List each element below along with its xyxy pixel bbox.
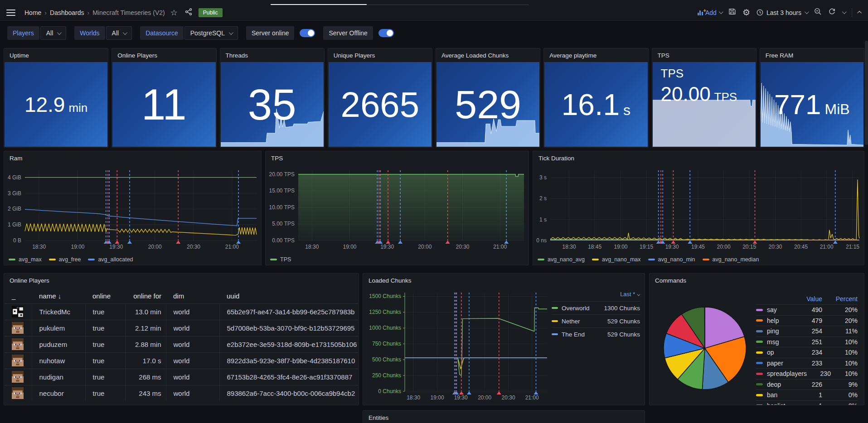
cell-dim: world [166, 303, 219, 320]
loaded-chunks-chart[interactable]: 1500 Chunks1250 Chunks1000 Chunks750 Chu… [363, 287, 552, 405]
browser-artifact-line-dim [367, 5, 529, 5]
refresh-icon[interactable] [828, 8, 836, 17]
stat-title[interactable]: Threads [220, 48, 324, 62]
value-column-header[interactable]: Value [790, 295, 822, 303]
ram-legend: avg_maxavg_freeavg_allocated [4, 254, 261, 265]
star-icon[interactable]: ☆ [170, 9, 178, 17]
command-name: say [767, 306, 790, 313]
svg-text:500 Chunks: 500 Chunks [372, 356, 401, 363]
stat-value-wrap: 2665 [329, 62, 432, 147]
command-percent: 10% [822, 349, 858, 356]
ram-chart[interactable]: 4 GiB3 GiB2 GiB1 GiB0 B18:3019:0019:3020… [4, 165, 261, 254]
server-online-toggle[interactable] [300, 29, 315, 37]
legend-row-the-end[interactable]: The End529 Chunks [552, 327, 640, 341]
legend-item-avg_nano_max[interactable]: avg_nano_max [592, 256, 640, 263]
command-row-op[interactable]: op23410% [756, 347, 858, 358]
commands-pie-chart[interactable] [650, 287, 756, 405]
refresh-interval-chevron-icon[interactable] [842, 10, 847, 14]
panel-title-loaded-chunks[interactable]: Loaded Chunks [363, 274, 645, 287]
command-value: 251 [790, 338, 822, 346]
command-row-paper[interactable]: paper23310% [756, 358, 858, 369]
svg-text:20:00: 20:00 [717, 244, 731, 250]
panel-title-entities[interactable]: Entities [363, 411, 645, 423]
legend-item-avg_allocated[interactable]: avg_allocated [88, 256, 133, 263]
stat-title[interactable]: Free RAM [760, 48, 864, 62]
worlds-filter-label[interactable]: Worlds [74, 26, 105, 40]
column-header-avatar[interactable]: _ [5, 289, 32, 303]
cell-online-for: 2.88 min [125, 336, 166, 352]
legend-item-TPS[interactable]: TPS [270, 256, 291, 263]
svg-text:20.00 TPS: 20.00 TPS [269, 171, 295, 178]
legend-item-avg_max[interactable]: avg_max [9, 256, 42, 263]
worlds-filter-value[interactable]: All [106, 26, 132, 40]
stat-title[interactable]: Average playtime [544, 48, 648, 62]
command-row-banlist[interactable]: banlist10% [756, 400, 858, 405]
breadcrumb-dashboards[interactable]: Dashboards [50, 9, 84, 16]
share-icon[interactable] [185, 8, 192, 17]
column-header-dim[interactable]: dim [166, 289, 219, 303]
legend-swatch [538, 259, 544, 260]
command-row-help[interactable]: help47920% [756, 315, 858, 326]
sort-descending-icon: ↓ [56, 292, 62, 300]
cell-name: TrickedMc [32, 303, 85, 320]
stat-title[interactable]: Average Loaded Chunks [436, 48, 540, 62]
players-filter-label[interactable]: Players [7, 26, 39, 40]
command-row-ban[interactable]: ban10% [756, 389, 858, 400]
legend-series-name: Overworld [562, 305, 604, 312]
command-row-say[interactable]: say49020% [756, 304, 858, 315]
percent-column-header[interactable]: Percent [822, 295, 858, 303]
panel-title-online-players[interactable]: Online Players [4, 274, 359, 287]
stat-title[interactable]: Uptime [4, 48, 108, 62]
svg-text:1 GiB: 1 GiB [8, 221, 21, 228]
datasource-filter-value[interactable]: PostgreSQL [184, 26, 238, 40]
panel-title-ram[interactable]: Ram [4, 151, 261, 165]
column-header-uuid[interactable]: uuid [219, 289, 358, 303]
datasource-filter-label[interactable]: Datasource [140, 26, 184, 40]
column-header-online[interactable]: online [85, 289, 125, 303]
public-badge: Public [199, 8, 223, 17]
players-filter-value[interactable]: All [40, 26, 67, 40]
legend-swatch [592, 259, 599, 260]
settings-gear-icon[interactable]: ⚙ [742, 8, 750, 17]
stat-title[interactable]: Online Players [112, 48, 216, 62]
stat-title[interactable]: TPS [652, 48, 756, 62]
time-range-picker[interactable]: Last 3 hours [756, 9, 808, 16]
add-button[interactable]: + Add [698, 9, 722, 16]
tps-chart[interactable]: 20.00 TPS15.00 TPS10.00 TPS5.00 TPS0.00 … [266, 165, 529, 254]
stat-unit: min [68, 101, 87, 115]
legend-row-nether[interactable]: Nether529 Chunks [552, 314, 640, 327]
svg-text:1 s: 1 s [539, 216, 547, 223]
command-row-ping[interactable]: ping25411% [756, 326, 858, 336]
panel-title-tps[interactable]: TPS [266, 151, 529, 165]
column-header-name[interactable]: name ↓ [32, 289, 85, 303]
save-icon[interactable] [728, 8, 736, 17]
zoom-out-icon[interactable] [814, 8, 822, 17]
panel-title-commands[interactable]: Commands [650, 274, 864, 287]
tick-duration-chart[interactable]: 3 s2 s1 s0 ns18:3018:4519:0019:1519:3019… [533, 165, 864, 254]
stat-panel-unique-players: Unique Players2665 [328, 48, 432, 148]
legend-swatch [756, 373, 763, 375]
svg-text:0 B: 0 B [13, 237, 21, 244]
command-row-spreadplayers[interactable]: spreadplayers23010% [756, 368, 858, 379]
cell-online: true [85, 303, 125, 320]
scrollbar-thumb[interactable] [865, 41, 868, 145]
command-row-msg[interactable]: msg25110% [756, 336, 858, 347]
command-row-deop[interactable]: deop2269% [756, 379, 858, 390]
legend-item-avg_free[interactable]: avg_free [49, 256, 81, 263]
chevron-down-icon [719, 10, 723, 14]
collapse-chevron-icon[interactable] [857, 11, 862, 15]
legend-calc-selector[interactable]: Last * [552, 290, 640, 301]
legend-item-avg_nano_median[interactable]: avg_nano_median [703, 256, 759, 263]
legend-item-avg_nano_min[interactable]: avg_nano_min [648, 256, 695, 263]
server-offline-toggle[interactable] [378, 29, 394, 37]
legend-row-overworld[interactable]: Overworld1300 Chunks [552, 301, 640, 314]
table-row: nudigantrue268 msworld67153b28-4265-3fc4… [5, 369, 358, 385]
table-row: nuhotawtrue17.0 sworld8922d3a5-923e-38f7… [5, 352, 358, 369]
panel-title-tick-duration[interactable]: Tick Duration [533, 151, 864, 165]
stat-title[interactable]: Unique Players [328, 48, 432, 62]
legend-item-avg_nano_avg[interactable]: avg_nano_avg [538, 256, 585, 263]
tps-legend: TPS [266, 254, 529, 265]
breadcrumb-home[interactable]: Home [24, 9, 41, 16]
menu-icon[interactable] [6, 10, 15, 16]
column-header-online-for[interactable]: online for [125, 289, 166, 303]
